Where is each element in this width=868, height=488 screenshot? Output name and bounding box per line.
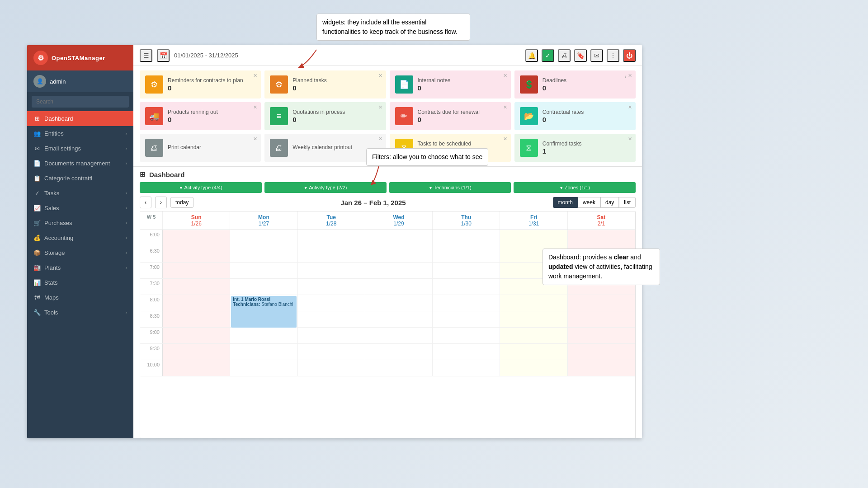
view-list-button[interactable]: list (619, 197, 636, 208)
cal-cell-tue-900[interactable] (298, 328, 365, 343)
cal-cell-thu-600[interactable] (433, 230, 500, 246)
cal-cell-thu-830[interactable] (433, 311, 500, 327)
cal-cell-sun-630[interactable] (163, 246, 230, 262)
cal-cell-tue-700[interactable] (298, 263, 365, 278)
cal-cell-mon-630[interactable] (230, 246, 297, 262)
cal-cell-tue-730[interactable] (298, 279, 365, 295)
cal-cell-mon-900[interactable] (230, 328, 297, 343)
cal-cell-thu-900[interactable] (433, 328, 500, 343)
cal-cell-sun-930[interactable] (163, 344, 230, 360)
cal-cell-thu-630[interactable] (433, 246, 500, 262)
hamburger-button[interactable]: ☰ (140, 49, 152, 62)
cal-cell-sat-930[interactable] (568, 344, 635, 360)
cal-cell-wed-630[interactable] (365, 246, 433, 262)
cal-cell-mon-800[interactable]: Int. 1 Mario Rossi Technicians: Stefano … (230, 295, 297, 311)
sidebar-item-contracts[interactable]: 📋Categorie contratti (27, 171, 133, 186)
cal-cell-sat-800[interactable] (568, 295, 635, 311)
view-month-button[interactable]: month (553, 197, 578, 208)
cal-cell-sun-700[interactable] (163, 263, 230, 278)
cal-cell-mon-700[interactable] (230, 263, 297, 278)
cal-cell-wed-900[interactable] (365, 328, 433, 343)
cal-cell-fri-930[interactable] (500, 344, 567, 360)
filter-zones[interactable]: Zones (1/1) (514, 182, 636, 193)
widget-deadlines-collapse[interactable]: ‹ (624, 73, 627, 80)
cal-cell-wed-700[interactable] (365, 263, 433, 278)
calendar-event-1[interactable]: Int. 1 Mario Rossi Technicians: Stefano … (231, 296, 296, 328)
widget-quotations-close[interactable]: ✕ (378, 104, 382, 110)
calendar-today-button[interactable]: today (170, 197, 193, 208)
sidebar-item-entities[interactable]: 👥Entities › (27, 126, 133, 141)
cal-cell-thu-730[interactable] (433, 279, 500, 295)
notification-button[interactable]: 🔔 (525, 49, 538, 62)
cal-cell-wed-600[interactable] (365, 230, 433, 246)
cal-cell-sun-1000[interactable] (163, 360, 230, 376)
cal-cell-sat-830[interactable] (568, 311, 635, 327)
calendar-prev-button[interactable]: ‹ (140, 197, 151, 208)
sidebar-item-dashboard[interactable]: ⊞Dashboard (27, 111, 133, 126)
widget-printcal-close[interactable]: ✕ (253, 136, 257, 142)
view-day-button[interactable]: day (600, 197, 619, 208)
sidebar-item-email[interactable]: ✉Email settings › (27, 141, 133, 156)
cal-cell-wed-830[interactable] (365, 311, 433, 327)
cal-cell-sat-1000[interactable] (568, 360, 635, 376)
calendar-next-button[interactable]: › (155, 197, 167, 208)
more-button[interactable]: ⋮ (607, 49, 619, 62)
cal-cell-sun-800[interactable] (163, 295, 230, 311)
widget-rates-close[interactable]: ✕ (628, 104, 632, 110)
widget-confirmed-close[interactable]: ✕ (628, 136, 632, 142)
cal-cell-fri-800[interactable] (500, 295, 567, 311)
widget-weekly-close[interactable]: ✕ (378, 136, 382, 142)
filter-activity-type-1[interactable]: Activity type (4/4) (140, 182, 262, 193)
bookmark-button[interactable]: 🔖 (574, 49, 587, 62)
filter-activity-type-2[interactable]: Activity type (2/2) (264, 182, 387, 193)
cal-cell-tue-1000[interactable] (298, 360, 365, 376)
sidebar-user[interactable]: 👤 admin (27, 70, 133, 92)
cal-cell-wed-1000[interactable] (365, 360, 433, 376)
cal-cell-tue-830[interactable] (298, 311, 365, 327)
widget-reminders-close[interactable]: ✕ (253, 73, 257, 79)
sidebar-item-maps[interactable]: 🗺Maps (27, 290, 133, 305)
cal-cell-tue-930[interactable] (298, 344, 365, 360)
widget-products-close[interactable]: ✕ (253, 104, 257, 110)
cal-cell-thu-700[interactable] (433, 263, 500, 278)
cal-cell-sun-830[interactable] (163, 311, 230, 327)
power-button[interactable]: ⏻ (623, 49, 636, 62)
filter-technicians[interactable]: Technicians (1/1) (389, 182, 511, 193)
cal-cell-sat-600[interactable] (568, 230, 635, 246)
cal-cell-fri-830[interactable] (500, 311, 567, 327)
view-week-button[interactable]: week (578, 197, 600, 208)
cal-cell-tue-800[interactable] (298, 295, 365, 311)
cal-cell-wed-800[interactable] (365, 295, 433, 311)
cal-cell-thu-930[interactable] (433, 344, 500, 360)
sidebar-item-purchases[interactable]: 🛒Purchases › (27, 216, 133, 230)
envelope-button[interactable]: ✉ (590, 49, 603, 62)
cal-cell-fri-600[interactable] (500, 230, 567, 246)
search-input[interactable] (32, 96, 129, 108)
cal-cell-sun-600[interactable] (163, 230, 230, 246)
sidebar-item-plants[interactable]: 🏭Plants › (27, 260, 133, 275)
cal-cell-wed-730[interactable] (365, 279, 433, 295)
widget-renewal-close[interactable]: ✕ (503, 104, 507, 110)
sidebar-item-sales[interactable]: 📈Sales › (27, 201, 133, 216)
sidebar-item-docs[interactable]: 📄Documents management › (27, 156, 133, 171)
cal-cell-wed-930[interactable] (365, 344, 433, 360)
widget-planned-close[interactable]: ✕ (378, 73, 382, 79)
sidebar-item-tasks[interactable]: ✓Tasks › (27, 186, 133, 201)
sidebar-item-stats[interactable]: 📊Stats (27, 275, 133, 290)
widget-notes-close[interactable]: ✕ (503, 73, 507, 79)
cal-cell-thu-800[interactable] (433, 295, 500, 311)
cal-cell-sun-730[interactable] (163, 279, 230, 295)
print-button[interactable]: 🖨 (558, 49, 571, 62)
widget-deadlines-close[interactable]: ✕ (628, 73, 632, 79)
cal-cell-sat-900[interactable] (568, 328, 635, 343)
cal-cell-fri-900[interactable] (500, 328, 567, 343)
cal-cell-mon-1000[interactable] (230, 360, 297, 376)
cal-cell-fri-1000[interactable] (500, 360, 567, 376)
cal-cell-thu-1000[interactable] (433, 360, 500, 376)
cal-cell-mon-600[interactable] (230, 230, 297, 246)
widget-scheduled-close[interactable]: ✕ (503, 136, 507, 142)
calendar-button[interactable]: 📅 (157, 49, 170, 62)
sidebar-item-accounting[interactable]: 💰Accounting › (27, 230, 133, 245)
cal-cell-mon-730[interactable] (230, 279, 297, 295)
cal-cell-mon-930[interactable] (230, 344, 297, 360)
